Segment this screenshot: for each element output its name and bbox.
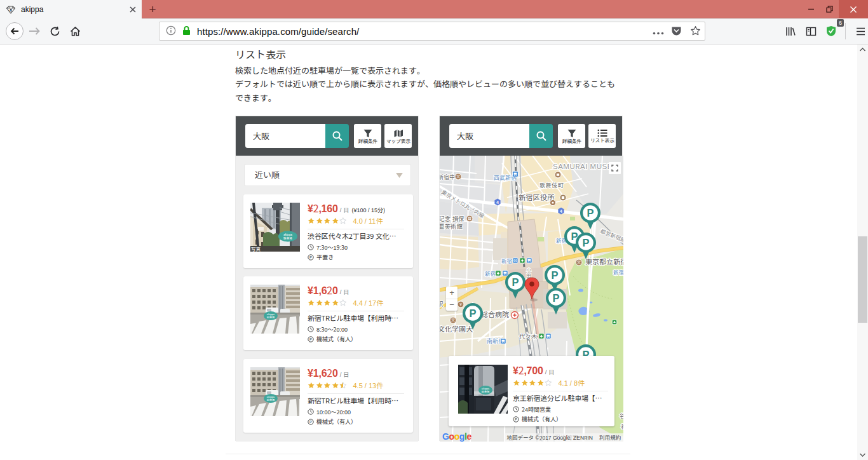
parking-type: 機械式（有人） <box>316 418 356 425</box>
rating-text: 4.1 / 8件 <box>559 379 585 387</box>
url-text[interactable]: https://www.akippa.com/guide/search/ <box>197 26 653 37</box>
scroll-up-arrow[interactable] <box>857 44 868 55</box>
pocket-icon[interactable] <box>671 25 682 37</box>
zoom-out-button[interactable]: − <box>446 299 458 311</box>
map-list-toggle-button[interactable]: リスト表示 <box>588 124 616 148</box>
lock-icon <box>182 25 191 36</box>
https-lock-icon[interactable] <box>182 25 191 37</box>
parking-card-3[interactable]: akippa 駐車場 ¥1,620/ 日 4.5 / 13件 新宿TRビル駐車場… <box>243 359 413 433</box>
forward-button[interactable] <box>24 18 44 44</box>
parking-card-1[interactable]: akippa 駐車場 写真 ¥2,160/ 日(¥100 / 15分) 4.0 … <box>243 194 413 268</box>
url-bar[interactable]: https://www.akippa.com/guide/search/ <box>159 22 705 41</box>
home-button[interactable] <box>65 18 85 44</box>
hours: 7:30〜19:30 <box>316 244 348 251</box>
map-label-shinjuku: 新宿 <box>501 258 513 264</box>
svg-text:P: P <box>582 237 589 248</box>
list-map-toggle-button[interactable]: マップ表示 <box>384 124 412 148</box>
paragraph-line3: できます。 <box>235 94 276 102</box>
map-canvas[interactable]: SAMURAI MUSE 新宿中 西武新宿 歌舞伎町 新宿区役所 東京メトロ丸ノ… <box>440 156 623 442</box>
price-row: ¥1,620/ 日 <box>308 285 404 296</box>
svg-text:P: P <box>309 255 312 259</box>
chevron-up-icon <box>860 48 865 51</box>
page-info-icon[interactable] <box>166 25 176 37</box>
svg-text:P: P <box>309 337 312 341</box>
price-unit: / 日 <box>340 288 349 295</box>
map-label-ward-office: 新宿区役所 <box>519 194 555 201</box>
parking-name: 京王新宿追分ビル駐車場【… <box>513 394 608 403</box>
zoom-in-button[interactable]: + <box>446 287 458 299</box>
fullscreen-icon[interactable] <box>609 162 621 174</box>
magnifier-icon <box>536 130 547 142</box>
map-label-museum: 亜美術館 <box>440 223 463 229</box>
section-heading: リスト表示 <box>235 49 286 61</box>
screenshot-list-view: 大阪 詳細条件 マップ表示 近い順 <box>235 116 419 441</box>
svg-text:文: 文 <box>577 260 581 264</box>
window-close-button[interactable] <box>839 0 868 18</box>
restore-icon <box>826 6 833 13</box>
map-app-header: 大阪 詳細条件 リスト表示 <box>440 116 622 156</box>
parking-card-2[interactable]: akippa 駐車場 ¥1,620/ 日 4.4 / 17件 新宿TRビル駐車場… <box>243 276 413 350</box>
parking-photo-2: akippa 駐車場 <box>250 285 300 334</box>
parking-name: 新宿TRビル駐車場【利用時… <box>308 396 404 405</box>
chevron-down-icon <box>860 453 865 457</box>
new-tab-button[interactable]: + <box>142 0 163 18</box>
parking-type: 機械式（有人） <box>522 416 562 423</box>
scrollbar[interactable] <box>857 44 868 460</box>
page-actions-icon[interactable] <box>653 26 664 36</box>
back-button[interactable] <box>4 18 25 44</box>
sidebar-icon[interactable] <box>801 18 821 44</box>
sort-dropdown[interactable]: 近い順 <box>244 164 411 186</box>
adblock-shield-icon[interactable]: 6 <box>821 18 841 44</box>
three-dots-icon <box>653 32 664 35</box>
scrollbar-thumb[interactable] <box>858 236 867 323</box>
menu-hamburger-icon[interactable] <box>850 18 868 44</box>
map-label-shinjuku: 新宿 <box>613 269 623 276</box>
fullscreen-corners-icon <box>611 165 618 172</box>
bookmark-star-icon[interactable] <box>690 25 701 37</box>
parking-type: 機械式（有人） <box>316 335 356 342</box>
map-label-shinjuku: 新宿 <box>485 271 496 277</box>
close-x-icon <box>128 4 138 15</box>
clock-icon <box>308 326 314 332</box>
map-search-input[interactable]: 大阪 <box>449 124 529 148</box>
svg-text:P: P <box>309 420 312 424</box>
parking-type-icon: P <box>513 416 519 423</box>
reload-button[interactable] <box>44 18 65 44</box>
parking-card-info: ¥2,700/ 日 4.1 / 8件 京王新宿追分ビル駐車場【… 24時間営業 … <box>513 365 608 423</box>
window-minimize-button[interactable] <box>802 0 820 18</box>
window-restore-button[interactable] <box>820 0 839 18</box>
map-search-button[interactable] <box>529 124 553 148</box>
map-label-sha: 社 <box>621 424 623 430</box>
browser-tab-akippa[interactable]: a akippa <box>0 0 142 18</box>
terms-link[interactable]: 利用規約 <box>599 435 621 440</box>
sort-caret-icon <box>396 173 403 178</box>
hours: 8:30〜20:00 <box>316 326 348 333</box>
list-filter-button[interactable]: 詳細条件 <box>354 124 381 148</box>
screenshot-map-view: 大阪 詳細条件 リスト表示 <box>439 116 623 441</box>
akippa-favicon-icon: a <box>6 4 16 15</box>
home-icon <box>70 26 81 37</box>
list-app-body: 近い順 akippa 駐車場 写真 ¥2,160/ 日 <box>236 156 418 442</box>
minimize-icon <box>808 6 815 13</box>
star-rating <box>513 379 553 386</box>
svg-text:a: a <box>10 8 12 12</box>
map-filter-button[interactable]: 詳細条件 <box>558 124 585 148</box>
window-controls <box>802 0 868 18</box>
svg-text:P: P <box>587 207 593 219</box>
meta-row: P機械式（有人） <box>308 335 404 342</box>
toolbar-separator <box>845 23 846 39</box>
map-parking-card[interactable]: akippa 駐車場 ¥2,700/ 日 4.1 / 8件 京王新宿追分ビル駐車… <box>449 356 614 426</box>
google-logo: Google <box>442 431 471 442</box>
scroll-down-arrow[interactable] <box>857 450 868 460</box>
library-icon[interactable] <box>780 18 801 44</box>
price-note: (¥100 / 15分) <box>352 207 386 213</box>
forward-arrow-icon <box>29 25 40 37</box>
hours: 10:00〜20:00 <box>316 409 351 416</box>
star-outline-icon <box>690 25 701 36</box>
list-search-input[interactable]: 大阪 <box>245 124 325 148</box>
svg-text:P: P <box>551 269 558 281</box>
tab-close-icon[interactable] <box>125 2 140 17</box>
list-search-button[interactable] <box>325 124 349 148</box>
reload-icon <box>50 26 60 37</box>
rating-text: 4.4 / 17件 <box>353 299 384 307</box>
